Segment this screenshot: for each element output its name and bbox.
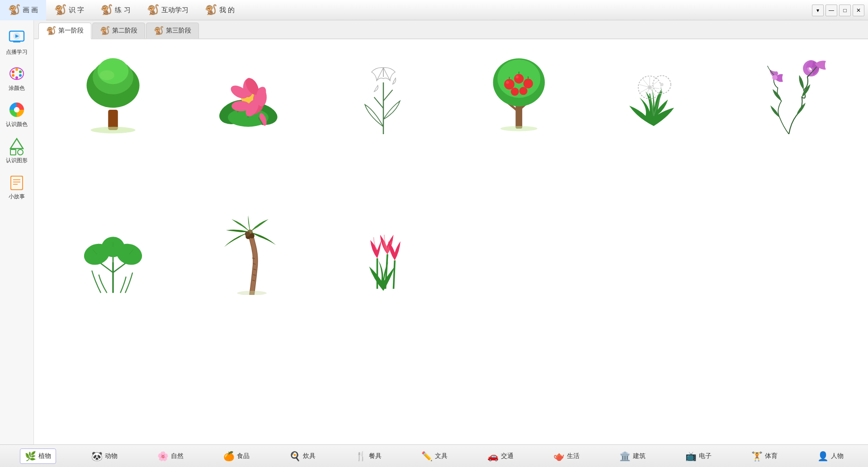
sidebar-item-color-paint[interactable]: 涂颜色	[1, 61, 32, 95]
plant-cell-tree[interactable]	[47, 48, 178, 139]
plant-cell-palm[interactable]	[183, 209, 313, 299]
plant-cat-icon: 🌿	[25, 451, 36, 462]
svg-point-56	[519, 87, 528, 95]
dropdown-btn[interactable]: ▾	[812, 5, 824, 16]
tab-stage3-label: 第三阶段	[166, 27, 191, 35]
svg-point-52	[504, 79, 514, 89]
practice-icon: 🐒	[100, 4, 113, 16]
svg-line-45	[383, 90, 392, 101]
interactive-icon: 🐒	[147, 4, 159, 16]
cat-transport[interactable]: 🚗 交通	[483, 449, 518, 463]
tab-stage3[interactable]: 🐒 第三阶段	[146, 23, 199, 38]
cat-life[interactable]: 🫖 生活	[549, 449, 584, 463]
literacy-label: 识 字	[69, 6, 84, 14]
sidebar-item-recognize-shape[interactable]: 认识图形	[1, 133, 32, 167]
stationery-cat-icon: ✏️	[421, 451, 433, 462]
svg-point-55	[511, 88, 519, 96]
building-cat-icon: 🏛️	[619, 451, 631, 462]
plant-cell-empty3	[724, 209, 854, 299]
cat-people[interactable]: 👤 人物	[813, 449, 848, 463]
svg-marker-13	[10, 139, 23, 149]
plant-cell-lotus[interactable]	[183, 48, 313, 139]
cat-nature[interactable]: 🌸 自然	[153, 449, 188, 463]
tab-stage2[interactable]: 🐒 第二阶段	[92, 23, 145, 38]
plant-cell-clover[interactable]	[47, 209, 178, 299]
cat-electronics-label: 电子	[699, 452, 712, 460]
plant-cell-morning-glory[interactable]	[724, 48, 854, 139]
sidebar-recognize-shape-label: 认识图形	[6, 157, 28, 164]
plant-cell-dandelion[interactable]	[589, 48, 719, 139]
svg-rect-17	[11, 177, 22, 189]
sidebar-color-paint-label: 涂颜色	[9, 84, 25, 92]
practice-label: 练 习	[115, 6, 130, 14]
svg-point-68	[660, 83, 664, 86]
svg-point-54	[524, 79, 533, 88]
sports-cat-icon: 🏋️	[751, 451, 763, 462]
cat-building[interactable]: 🏛️ 建筑	[615, 449, 650, 463]
svg-line-74	[640, 88, 650, 93]
tab-stage1-label: 第一阶段	[58, 27, 84, 35]
sidebar: 点播学习 涂颜色	[0, 20, 34, 444]
sidebar-recognize-color-label: 认识颜色	[6, 121, 28, 128]
svg-line-75	[640, 84, 650, 87]
nav-draw[interactable]: 🐒 画 画	[0, 0, 46, 20]
sidebar-item-recognize-color[interactable]: 认识颜色	[1, 97, 32, 131]
shapes-icon	[7, 136, 27, 156]
cat-people-label: 人物	[831, 452, 844, 460]
tab-stage1-icon: 🐒	[46, 26, 56, 36]
cat-cookware[interactable]: 🍳 炊具	[285, 449, 320, 463]
draw-label: 画 画	[23, 6, 38, 14]
nav-literacy[interactable]: 🐒 识 字	[46, 0, 92, 20]
plant-grid	[34, 39, 868, 444]
cat-nature-label: 自然	[171, 452, 184, 460]
cat-animal[interactable]: 🐼 动物	[87, 449, 122, 463]
sidebar-story-label: 小故事	[9, 193, 25, 201]
cat-electronics[interactable]: 📺 电子	[681, 449, 716, 463]
people-cat-icon: 👤	[817, 451, 829, 462]
life-cat-icon: 🫖	[553, 451, 565, 462]
window-controls: ▾ — □ ✕	[812, 0, 868, 20]
content-area: 🐒 第一阶段 🐒 第二阶段 🐒 第三阶段	[34, 20, 868, 444]
minimize-btn[interactable]: —	[826, 5, 837, 16]
nav-interactive[interactable]: 🐒 互动学习	[139, 0, 197, 20]
transport-cat-icon: 🚗	[487, 451, 499, 462]
nav-mine[interactable]: 🐒 我 的	[197, 0, 243, 20]
titlebar: 🐒 画 画 🐒 识 字 🐒 练 习 🐒 互动学习 🐒 我 的 ▾ — □ ✕	[0, 0, 868, 20]
svg-line-70	[650, 81, 658, 88]
maximize-btn[interactable]: □	[839, 5, 851, 16]
tv-icon	[7, 28, 27, 47]
tab-bar: 🐒 第一阶段 🐒 第二阶段 🐒 第三阶段	[34, 20, 868, 39]
cookware-cat-icon: 🍳	[289, 451, 301, 462]
cat-food[interactable]: 🍊 食品	[219, 449, 254, 463]
svg-point-25	[90, 127, 135, 133]
interactive-label: 互动学习	[161, 6, 189, 14]
svg-point-62	[500, 126, 538, 131]
svg-point-6	[15, 68, 18, 71]
cat-stationery[interactable]: ✏️ 文具	[417, 449, 452, 463]
category-bar: 🌿 植物 🐼 动物 🌸 自然 🍊 食品 🍳 炊具 🍴 餐具 ✏️ 文具 🚗 交通…	[0, 444, 868, 467]
svg-point-5	[12, 70, 14, 73]
book-icon	[7, 172, 27, 192]
mine-label: 我 的	[219, 6, 235, 14]
tab-stage1[interactable]: 🐒 第一阶段	[38, 23, 91, 39]
cat-stationery-label: 文具	[435, 452, 448, 460]
svg-point-97	[249, 233, 254, 238]
literacy-icon: 🐒	[54, 4, 66, 16]
svg-point-12	[14, 107, 19, 112]
plant-cell-lily[interactable]	[318, 48, 448, 139]
cat-sports-label: 体育	[765, 452, 778, 460]
plant-cell-tulip[interactable]	[318, 209, 448, 299]
nav-practice[interactable]: 🐒 练 习	[92, 0, 138, 20]
svg-point-7	[19, 70, 22, 73]
svg-point-9	[15, 76, 18, 79]
plant-cell-apple-tree[interactable]	[453, 48, 584, 139]
plant-cell-empty1	[453, 209, 584, 299]
electronics-cat-icon: 📺	[685, 451, 697, 462]
sidebar-item-click-learn[interactable]: 点播学习	[1, 25, 32, 59]
close-btn[interactable]: ✕	[853, 5, 864, 16]
svg-point-80	[773, 75, 778, 80]
sidebar-item-story[interactable]: 小故事	[1, 169, 32, 203]
cat-sports[interactable]: 🏋️ 体育	[747, 449, 782, 463]
cat-tableware[interactable]: 🍴 餐具	[351, 449, 386, 463]
cat-plant[interactable]: 🌿 植物	[20, 448, 56, 464]
